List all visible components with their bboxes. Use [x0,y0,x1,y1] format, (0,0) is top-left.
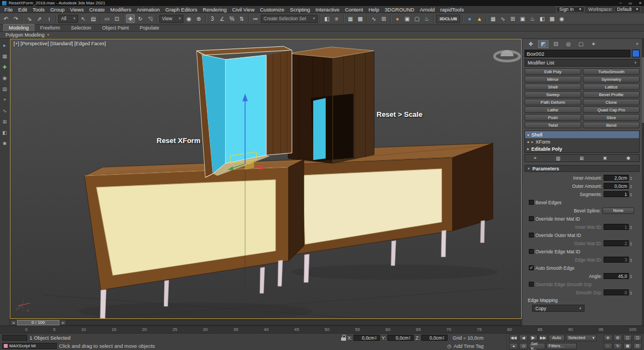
go-to-start-button[interactable]: ◀◀ [509,335,518,341]
configure-modifier-sets-icon[interactable]: ✱ [626,156,630,161]
spinner-snap-icon[interactable]: ⇅ [237,14,246,23]
rendered-frame-window-icon[interactable]: ▢ [413,14,421,23]
render-setup-icon[interactable]: ▣ [403,14,412,23]
maxscript-mini-listener[interactable]: MAXScript Mi [2,343,57,349]
selection-lock-icon[interactable] [341,335,346,341]
sign-in-button[interactable]: Sign In ▾ [556,7,585,13]
modifier-button[interactable]: Shell [524,84,581,90]
time-configuration-icon[interactable]: ◷ [519,343,528,349]
bind-to-spacewarp-icon[interactable]: ≀ [45,14,53,23]
zoom-icon[interactable]: ⊕ [604,335,612,341]
play-button[interactable]: ▶ [529,335,538,341]
toolbar-extra-icon[interactable]: ◧ [538,14,546,23]
previous-frame-button[interactable]: ◀ [519,335,528,341]
side-toolbar-icon[interactable]: ∿ [1,107,8,114]
menu-item[interactable]: Edit [15,7,29,13]
y-coord-field[interactable]: 0,0cm▴▾ [387,335,414,341]
stack-item-xform[interactable]: ● ▸ XForm [525,138,639,145]
unlink-selection-icon[interactable]: ⇗ [35,14,44,23]
stack-item-editable-poly[interactable]: ▸ Editable Poly [525,145,639,152]
minimize-button[interactable]: ─ [619,1,622,5]
previous-frame-button[interactable]: ◂ [10,320,16,325]
menu-item[interactable]: File [2,7,15,13]
spinner-icon[interactable]: ▴▾ [375,335,379,340]
menu-item[interactable]: Group [47,7,67,13]
menu-item[interactable]: Views [67,7,86,13]
parameters-rollout-header[interactable]: ▾ Parameters [524,165,640,172]
object-name-field[interactable] [524,50,630,57]
bevel-spline-button[interactable]: None [603,207,634,214]
schematic-view-icon[interactable]: ⊞ [379,14,388,23]
create-tab-icon[interactable]: ✚ [526,40,536,48]
ribbon-tab[interactable]: Selection [66,25,96,31]
selection-set-dropdown[interactable]: Create Selection Set ▾ [261,15,318,23]
scene-explorer-icon[interactable]: ▩ [356,14,365,23]
side-toolbar-icon[interactable]: ⊞ [1,118,8,125]
go-to-end-button[interactable]: ▶▶ [539,335,547,341]
expand-icon[interactable]: ▸ [527,147,529,151]
side-toolbar-icon[interactable]: ▤ [1,85,8,92]
menu-item[interactable]: Customize [257,7,287,13]
override-smooth-checkbox[interactable] [529,282,534,287]
modifier-button[interactable]: Sweep [524,91,581,98]
modifier-button[interactable]: Twist [524,122,581,128]
mini-listener-field[interactable] [2,335,27,341]
next-frame-button[interactable]: ▸ [60,320,66,325]
select-and-scale-icon[interactable]: ◹ [146,14,154,23]
angle-snap-icon[interactable]: ∠ [218,14,226,23]
ribbon-tab[interactable]: Freeform [35,25,65,31]
utilities-tab-icon[interactable]: ✶ [588,40,599,48]
zoom-region-icon[interactable]: ◲ [633,335,642,341]
inner-amount-field[interactable]: 2,0cm [604,175,629,181]
modifier-enable-icon[interactable]: ● [527,133,529,137]
named-selection-sets-icon[interactable]: ≔ [251,14,260,23]
menu-item[interactable]: Rendering [200,7,229,13]
club-button[interactable]: 3DCLUB [436,15,460,23]
modifier-button[interactable]: Bevel Profile [583,91,640,98]
menu-item[interactable]: Interactive [313,7,342,13]
spinner-icon[interactable]: ▴▾ [630,274,634,278]
ribbon-tab[interactable]: Object Paint [97,25,134,31]
select-and-manipulate-icon[interactable]: ⊕ [194,14,203,23]
viewport-label[interactable]: [+] [Perspective] [Standard] [Edged Face… [14,41,106,46]
override-outer-checkbox[interactable] [529,233,534,238]
pin-stack-icon[interactable]: ⌖ [534,155,536,161]
toolbar-extra-icon[interactable]: ▩ [547,14,556,23]
percent-snap-icon[interactable]: % [228,14,236,23]
maximize-button[interactable]: ▭ [629,1,633,5]
ribbon-tab[interactable]: Modeling [3,24,34,31]
side-toolbar-icon[interactable]: ✱ [1,140,8,147]
modifier-button[interactable]: Symmetry [583,76,640,82]
menu-item[interactable]: Civil View [229,7,257,13]
modifier-button[interactable]: Slice [583,114,640,121]
stack-item-shell[interactable]: ● Shell [525,131,639,138]
filters-button[interactable]: Filters... [546,343,577,349]
panel-scrollbar[interactable] [642,39,644,325]
time-slider[interactable]: ◂ 0 / 100 ▸ [10,319,522,325]
motion-tab-icon[interactable]: ◎ [563,40,574,48]
render-production-icon[interactable]: ♨ [422,14,431,23]
bake-icon[interactable]: ● [465,14,474,23]
mirror-icon[interactable]: ◧ [323,14,331,23]
modify-tab-icon[interactable]: ◩ [538,40,548,48]
auto-key-button[interactable]: Auto [548,335,565,341]
warning-icon[interactable]: ▲ [475,14,484,23]
selection-region-icon[interactable]: ▭ [103,14,111,23]
modifier-button[interactable]: TurboSmooth [583,68,640,75]
material-editor-icon[interactable]: ● [393,14,402,23]
time-slider-handle[interactable]: 0 / 100 [17,320,59,325]
dolly-icon[interactable]: ▦ [623,343,632,349]
toolbar-extra-icon[interactable]: ♨ [528,14,536,23]
side-toolbar-icon[interactable]: ▦ [1,52,8,60]
segments-field[interactable]: 1 [604,191,629,197]
modifier-button[interactable]: Bend [583,122,640,128]
snap-toggle-icon[interactable]: 3 [208,14,217,23]
menu-item[interactable]: Graph Editors [163,7,200,13]
use-pivot-center-icon[interactable]: ◉ [184,14,193,23]
viewcube[interactable] [494,50,520,61]
set-key-button[interactable]: Set K.. [529,343,545,349]
spinner-icon[interactable]: ▴▾ [409,335,413,340]
show-end-result-icon[interactable]: ▥ [556,156,560,161]
modifier-button[interactable]: Path Deform [524,99,581,105]
toolbar-extra-icon[interactable]: ∿ [498,14,507,23]
